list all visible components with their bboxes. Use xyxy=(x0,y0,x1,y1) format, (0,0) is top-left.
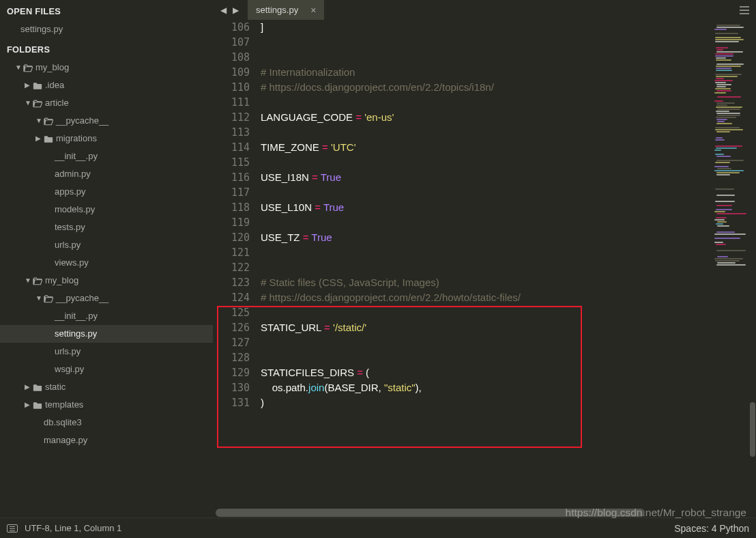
open-files-header: OPEN FILES xyxy=(0,0,213,20)
status-text: UTF-8, Line 1, Column 1 xyxy=(25,523,121,533)
folder-item[interactable]: ▶static xyxy=(0,378,213,396)
tree-label: urls.py xyxy=(55,239,81,251)
folder-item[interactable]: ▶migrations xyxy=(0,130,213,147)
file-item[interactable]: urls.py xyxy=(0,236,213,254)
folder-icon xyxy=(33,98,42,108)
sidebar: OPEN FILES settings.py FOLDERS ▼my_blog▶… xyxy=(0,0,213,508)
file-item[interactable]: tests.py xyxy=(0,218,213,236)
status-right[interactable]: Spaces: 4 Python xyxy=(674,523,749,534)
folder-icon xyxy=(33,400,42,410)
nav-forward-icon[interactable]: ▶ xyxy=(229,5,242,15)
file-item[interactable]: __init__.py xyxy=(0,147,213,165)
folder-icon xyxy=(33,382,42,392)
open-file-item[interactable]: settings.py xyxy=(0,20,213,38)
tree-label: models.py xyxy=(55,203,95,216)
tree-label: templates xyxy=(45,399,83,411)
scrollbar-thumb[interactable] xyxy=(750,402,755,457)
folder-item[interactable]: ▶templates xyxy=(0,396,213,414)
minimap[interactable] xyxy=(714,20,749,508)
hamburger-icon[interactable] xyxy=(733,0,756,20)
folder-icon xyxy=(33,81,42,90)
tree-label: __init__.py xyxy=(55,150,98,162)
chevron-right-icon[interactable]: ▶ xyxy=(25,399,33,411)
nav-back-icon[interactable]: ◀ xyxy=(217,5,229,15)
folder-icon xyxy=(44,134,53,143)
editor[interactable]: 106 107 108 109 110 111 112 113 114 115 … xyxy=(213,20,714,508)
code-content[interactable]: ] # Internationalization# https://docs.d… xyxy=(261,20,714,508)
tree-label: static xyxy=(45,381,66,393)
file-item[interactable]: db.sqlite3 xyxy=(0,414,213,431)
scrollbar-thumb[interactable] xyxy=(216,509,645,517)
folder-item[interactable]: ▼__pycache__ xyxy=(0,112,213,130)
folder-item[interactable]: ▼article xyxy=(0,94,213,112)
tree-label: urls.py xyxy=(55,345,81,358)
tree-label: __pycache__ xyxy=(56,292,108,305)
tree-label: views.py xyxy=(55,257,89,269)
nav-arrows: ◀ ▶ xyxy=(213,0,246,20)
tree-label: db.sqlite3 xyxy=(44,416,82,429)
folder-icon xyxy=(23,63,33,72)
folder-item[interactable]: ▼my_blog xyxy=(0,59,213,76)
status-bar: UTF-8, Line 1, Column 1 Spaces: 4 Python xyxy=(0,518,756,538)
folder-item[interactable]: ▼my_blog xyxy=(0,272,213,289)
tab-bar: ◀ ▶ settings.py × xyxy=(213,0,756,20)
file-item[interactable]: views.py xyxy=(0,254,213,272)
close-icon[interactable]: × xyxy=(310,5,316,16)
vertical-scrollbar[interactable] xyxy=(749,20,756,508)
chevron-right-icon[interactable]: ▶ xyxy=(35,132,44,145)
tree-label: manage.py xyxy=(44,434,87,447)
file-item[interactable]: __init__.py xyxy=(0,307,213,325)
tree-label: apps.py xyxy=(55,186,86,198)
file-item[interactable]: manage.py xyxy=(0,431,213,449)
folder-item[interactable]: ▼__pycache__ xyxy=(0,289,213,307)
horizontal-scrollbar[interactable] xyxy=(213,508,749,518)
chevron-down-icon[interactable]: ▼ xyxy=(25,97,33,109)
chevron-down-icon[interactable]: ▼ xyxy=(35,115,44,127)
chevron-right-icon[interactable]: ▶ xyxy=(25,79,33,91)
chevron-down-icon[interactable]: ▼ xyxy=(25,274,33,287)
tab-settings-py[interactable]: settings.py × xyxy=(248,0,324,20)
tree-label: admin.py xyxy=(55,168,91,180)
line-gutter: 106 107 108 109 110 111 112 113 114 115 … xyxy=(213,20,261,508)
tree-label: my_blog xyxy=(45,274,78,287)
file-item[interactable]: wsgi.py xyxy=(0,360,213,378)
file-item[interactable]: admin.py xyxy=(0,165,213,183)
folder-icon xyxy=(44,294,53,303)
file-item[interactable]: models.py xyxy=(0,201,213,218)
file-item[interactable]: apps.py xyxy=(0,183,213,201)
file-item[interactable]: urls.py xyxy=(0,343,213,360)
tree-label: __init__.py xyxy=(55,310,98,322)
tree-label: my_blog xyxy=(35,61,69,74)
file-item[interactable]: settings.py xyxy=(0,325,213,343)
folder-item[interactable]: ▶.idea xyxy=(0,76,213,94)
tree-label: .idea xyxy=(45,79,64,91)
folders-header: FOLDERS xyxy=(0,38,213,59)
tab-label: settings.py xyxy=(256,5,298,15)
chevron-right-icon[interactable]: ▶ xyxy=(25,381,33,393)
chevron-down-icon[interactable]: ▼ xyxy=(35,292,44,305)
panel-icon[interactable] xyxy=(7,524,18,533)
tree-label: __pycache__ xyxy=(56,115,108,127)
tree-label: wsgi.py xyxy=(55,363,84,376)
folder-icon xyxy=(33,276,42,285)
tree-label: tests.py xyxy=(55,221,85,233)
tree-label: migrations xyxy=(56,132,97,145)
chevron-down-icon[interactable]: ▼ xyxy=(15,61,23,74)
tree-label: article xyxy=(45,97,69,109)
tree-label: settings.py xyxy=(55,328,97,340)
folder-icon xyxy=(44,116,53,126)
